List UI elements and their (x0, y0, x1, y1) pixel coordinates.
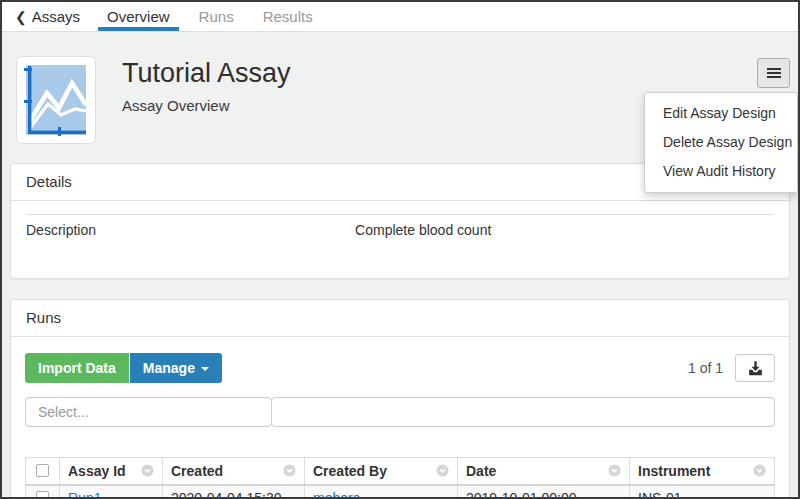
runs-panel-body: Import Data Manage 1 of 1 (11, 337, 789, 499)
filter-input-extension[interactable] (271, 397, 775, 427)
cell-instrument: INS-01 (630, 485, 775, 499)
runs-button-group: Import Data Manage (25, 353, 222, 383)
manage-button[interactable]: Manage (130, 353, 222, 383)
runs-toolbar: Import Data Manage 1 of 1 (25, 353, 775, 383)
details-label: Description (26, 215, 355, 246)
user-link[interactable]: mohara (313, 490, 360, 499)
assay-icon-card (16, 56, 96, 144)
runs-panel: Runs Import Data Manage 1 of 1 (10, 299, 790, 499)
chevron-left-icon: ❮ (15, 9, 27, 25)
cell-date: 2019-10-01 00:00 (458, 485, 630, 499)
cell-assay-id: Run1 (60, 485, 163, 499)
select-all-header (26, 458, 60, 485)
run-link[interactable]: Run1 (68, 490, 101, 499)
tab-results[interactable]: Results (254, 2, 322, 31)
hamburger-menu-button[interactable] (757, 58, 790, 88)
menu-item-view-audit-history[interactable]: View Audit History (645, 157, 797, 186)
app-window: ❮ Assays Overview Runs Results (0, 0, 800, 499)
chevron-circle-icon[interactable] (436, 464, 449, 477)
nav-back-label: Assays (32, 8, 80, 25)
chevron-circle-icon[interactable] (283, 464, 296, 477)
tab-overview-label: Overview (107, 8, 170, 25)
menu-item-delete-assay-design[interactable]: Delete Assay Design (645, 128, 797, 157)
nav-back-assays[interactable]: ❮ Assays (15, 2, 80, 31)
row-checkbox[interactable] (36, 491, 49, 499)
tab-runs-label: Runs (199, 8, 234, 25)
page-subtitle: Assay Overview (122, 97, 291, 114)
tab-results-label: Results (263, 8, 313, 25)
grid-header-row: Assay Id Created Created By (26, 458, 775, 485)
column-header-created[interactable]: Created (163, 458, 305, 485)
details-table: Description Complete blood count (26, 214, 774, 245)
page-title: Tutorial Assay (122, 58, 291, 88)
column-header-date[interactable]: Date (458, 458, 630, 485)
grid-row-run1: Run1 2020-04-04 15:30 mohara 2019-10-01 … (26, 485, 775, 499)
toolbar-right: 1 of 1 (688, 354, 775, 382)
chevron-circle-icon[interactable] (141, 464, 154, 477)
manage-button-label: Manage (143, 360, 195, 376)
filter-row (25, 397, 775, 427)
column-label: Assay Id (68, 463, 137, 479)
paging-text: 1 of 1 (688, 360, 723, 376)
column-label: Created By (313, 463, 432, 479)
export-button[interactable] (735, 354, 775, 382)
cell-created: 2020-04-04 15:30 (163, 485, 305, 499)
tab-runs[interactable]: Runs (190, 2, 243, 31)
assay-menu-dropdown: Edit Assay Design Delete Assay Design Vi… (644, 92, 798, 193)
row-select-cell (26, 485, 60, 499)
top-nav: ❮ Assays Overview Runs Results (2, 2, 798, 32)
caret-down-icon (201, 367, 209, 371)
details-value: Complete blood count (355, 215, 774, 246)
download-icon (747, 360, 764, 377)
column-header-created-by[interactable]: Created By (305, 458, 458, 485)
column-label: Date (466, 463, 604, 479)
details-row-description: Description Complete blood count (26, 215, 774, 246)
select-all-checkbox[interactable] (36, 464, 49, 477)
hamburger-icon (767, 68, 781, 70)
chevron-circle-icon[interactable] (608, 464, 621, 477)
tab-overview[interactable]: Overview (98, 2, 179, 31)
grid-filter-select-input[interactable] (25, 397, 272, 427)
line-chart-icon (24, 64, 88, 137)
assay-menu: Edit Assay Design Delete Assay Design Vi… (757, 56, 790, 144)
import-data-button[interactable]: Import Data (25, 353, 129, 383)
column-header-instrument[interactable]: Instrument (630, 458, 775, 485)
details-panel-body: Description Complete blood count (11, 201, 789, 278)
title-block: Tutorial Assay Assay Overview (122, 56, 291, 144)
column-header-assay-id[interactable]: Assay Id (60, 458, 163, 485)
chevron-circle-icon[interactable] (753, 464, 766, 477)
cell-created-by: mohara (305, 485, 458, 499)
runs-panel-heading: Runs (11, 300, 789, 337)
menu-item-edit-assay-design[interactable]: Edit Assay Design (645, 99, 797, 128)
runs-grid: Assay Id Created Created By (25, 457, 775, 499)
column-label: Instrument (638, 463, 749, 479)
column-label: Created (171, 463, 279, 479)
page-header: Tutorial Assay Assay Overview Edit Assay… (2, 32, 798, 151)
